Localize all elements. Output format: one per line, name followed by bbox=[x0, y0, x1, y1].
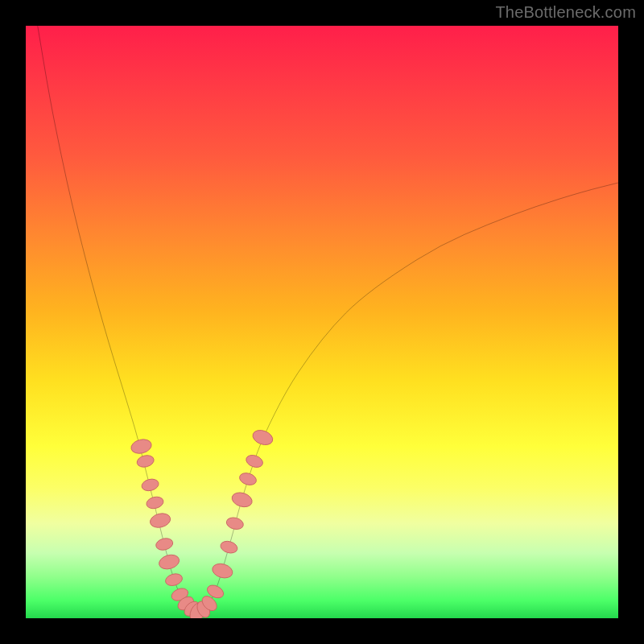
data-marker bbox=[141, 477, 160, 493]
data-marker bbox=[219, 539, 238, 555]
data-marker bbox=[149, 511, 172, 529]
plot-area bbox=[26, 26, 618, 618]
chart-svg bbox=[26, 26, 618, 618]
marker-group bbox=[130, 427, 275, 618]
data-marker bbox=[250, 427, 275, 448]
curve-left-branch bbox=[38, 26, 198, 613]
data-marker bbox=[225, 516, 245, 531]
curve-right-branch bbox=[197, 183, 618, 613]
data-marker bbox=[155, 537, 174, 552]
data-marker bbox=[164, 572, 184, 588]
chart-frame: TheBottleneck.com bbox=[0, 0, 644, 644]
data-marker bbox=[157, 552, 180, 571]
watermark-text: TheBottleneck.com bbox=[495, 3, 636, 22]
data-marker bbox=[230, 490, 254, 510]
data-marker bbox=[245, 453, 265, 469]
data-marker bbox=[145, 495, 164, 510]
data-marker bbox=[238, 471, 258, 487]
data-marker bbox=[136, 454, 155, 469]
data-marker bbox=[211, 562, 234, 580]
data-marker bbox=[130, 437, 153, 455]
